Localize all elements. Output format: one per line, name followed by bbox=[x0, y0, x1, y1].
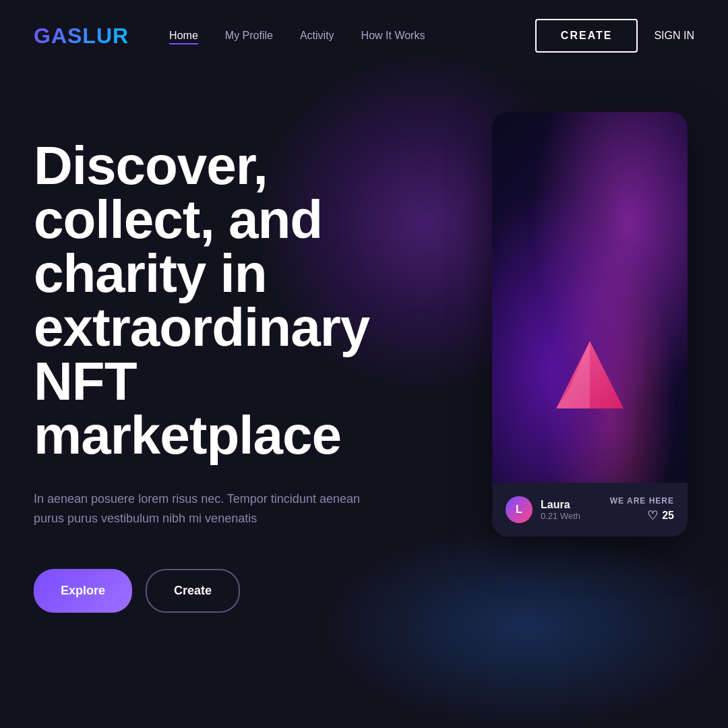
nav-how-it-works[interactable]: How It Works bbox=[361, 30, 425, 42]
nav-my-profile[interactable]: My Profile bbox=[225, 30, 273, 42]
nft-meta: WE ARE HERE ♡ 25 bbox=[610, 496, 674, 523]
main-nav: Home My Profile Activity How It Works bbox=[169, 30, 535, 42]
nav-activity[interactable]: Activity bbox=[300, 30, 334, 42]
header-actions: CREATE SIGN IN bbox=[535, 19, 694, 53]
signin-button[interactable]: SIGN IN bbox=[654, 30, 694, 42]
heart-icon: ♡ bbox=[647, 508, 658, 523]
nav-home[interactable]: Home bbox=[169, 30, 198, 42]
create-button[interactable]: CREATE bbox=[535, 19, 638, 53]
hero-right: L Laura 0.21 Weth WE ARE HERE ♡ 25 bbox=[492, 112, 694, 537]
nft-image bbox=[492, 112, 688, 483]
nft-footer: L Laura 0.21 Weth WE ARE HERE ♡ 25 bbox=[492, 483, 688, 537]
hero-buttons: Explore Create bbox=[34, 569, 452, 613]
hero-left: Discover, collect, and charity in extrao… bbox=[34, 125, 452, 613]
hero-title: Discover, collect, and charity in extrao… bbox=[34, 139, 425, 462]
nft-likes: ♡ 25 bbox=[647, 508, 674, 523]
logo: GASLUR bbox=[34, 24, 129, 49]
header: GASLUR Home My Profile Activity How It W… bbox=[0, 0, 728, 71]
hero-subtitle: In aenean posuere lorem risus nec. Tempo… bbox=[34, 489, 384, 528]
nft-user-info: Laura 0.21 Weth bbox=[541, 499, 580, 521]
create-hero-button[interactable]: Create bbox=[146, 569, 240, 613]
nft-user: L Laura 0.21 Weth bbox=[506, 496, 580, 523]
hero-section: Discover, collect, and charity in extrao… bbox=[0, 71, 728, 613]
nft-avatar: L bbox=[506, 496, 533, 523]
nft-card: L Laura 0.21 Weth WE ARE HERE ♡ 25 bbox=[492, 112, 688, 537]
nft-label: WE ARE HERE bbox=[610, 496, 674, 506]
explore-button[interactable]: Explore bbox=[34, 569, 132, 613]
nft-username: Laura bbox=[541, 499, 580, 511]
nft-price: 0.21 Weth bbox=[541, 511, 580, 521]
nft-shape bbox=[536, 334, 644, 415]
nft-likes-count: 25 bbox=[662, 510, 674, 522]
nft-gradient bbox=[492, 112, 688, 483]
page-wrapper: GASLUR Home My Profile Activity How It W… bbox=[0, 0, 728, 728]
